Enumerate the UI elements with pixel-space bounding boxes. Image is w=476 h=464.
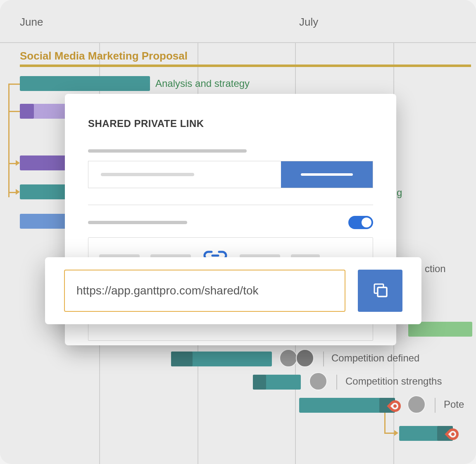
month-label-july: July <box>299 16 318 29</box>
month-label-june: June <box>20 16 43 29</box>
task-label-partial: ction <box>425 263 446 275</box>
invite-button[interactable] <box>281 161 373 188</box>
share-url-text: https://app.ganttpro.com/shared/tok <box>76 284 258 297</box>
avatar[interactable] <box>279 349 298 367</box>
public-url-row <box>88 216 373 229</box>
project-underline <box>20 65 471 67</box>
email-input-row <box>88 161 373 188</box>
svg-rect-1 <box>378 287 387 297</box>
share-url-input[interactable]: https://app.ganttpro.com/shared/tok <box>64 270 345 312</box>
placeholder-text <box>88 149 247 153</box>
button-label-placeholder <box>301 173 353 176</box>
dependency-line <box>8 84 20 85</box>
task-group-label: Analysis and strategy <box>155 78 250 89</box>
public-url-toggle[interactable] <box>348 216 373 229</box>
dependency-arrow <box>394 430 398 436</box>
task-label-partial: g <box>397 187 402 199</box>
placeholder-text <box>88 221 187 224</box>
task-progress <box>20 104 34 119</box>
task-progress <box>253 375 266 390</box>
task-label: Competition strengths <box>345 376 442 387</box>
dependency-line <box>384 413 386 433</box>
share-url-popover: https://app.ganttpro.com/shared/tok <box>45 257 421 324</box>
dependency-line <box>8 111 20 112</box>
task-label: Competition defined <box>331 352 419 364</box>
avatar[interactable] <box>407 395 426 414</box>
timeline-header <box>0 0 476 43</box>
avatar[interactable] <box>296 349 314 367</box>
dependency-arrow <box>16 160 20 166</box>
copy-icon <box>371 281 389 301</box>
separator <box>435 398 436 413</box>
project-title: Social Media Marketing Proposal <box>20 50 188 62</box>
divider <box>88 205 373 205</box>
avatar[interactable] <box>309 372 327 390</box>
task-progress <box>171 352 193 366</box>
dialog-title: SHARED PRIVATE LINK <box>88 118 373 129</box>
separator <box>336 375 337 390</box>
placeholder-text <box>101 173 194 176</box>
task-bar[interactable] <box>20 76 150 91</box>
task-label: Pote <box>444 399 464 410</box>
email-input[interactable] <box>88 161 281 188</box>
copy-url-button[interactable] <box>358 270 402 312</box>
dependency-line <box>8 84 10 197</box>
separator <box>323 352 324 366</box>
dependency-arrow <box>16 189 20 195</box>
